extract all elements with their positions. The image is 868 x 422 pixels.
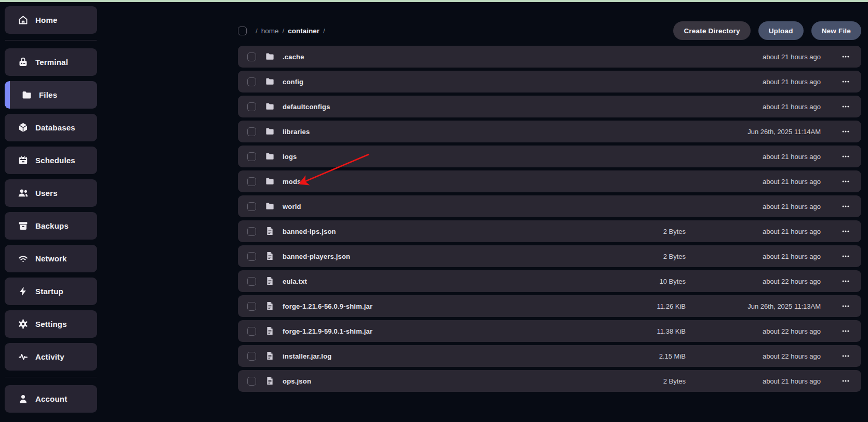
file-name: eula.txt xyxy=(283,278,627,285)
sidebar-item-label: Schedules xyxy=(35,156,75,165)
file-modified: about 21 hours ago xyxy=(695,153,830,161)
sidebar-item-files[interactable]: Files xyxy=(5,81,97,109)
row-menu-button[interactable] xyxy=(830,152,861,161)
file-row[interactable]: banned-ips.json 2 Bytes about 21 hours a… xyxy=(238,220,861,242)
row-menu-button[interactable] xyxy=(830,77,861,86)
file-name: libraries xyxy=(283,128,627,136)
file-row[interactable]: banned-players.json 2 Bytes about 21 hou… xyxy=(238,245,861,267)
network-icon xyxy=(17,253,29,265)
sidebar-item-settings[interactable]: Settings xyxy=(5,310,97,338)
breadcrumb-slash: / xyxy=(323,27,325,35)
row-menu-button[interactable] xyxy=(830,102,861,111)
row-menu-button[interactable] xyxy=(830,177,861,186)
file-row[interactable]: eula.txt 10 Bytes about 22 hours ago xyxy=(238,270,861,292)
sidebar-item-startup[interactable]: Startup xyxy=(5,278,97,305)
row-menu-button[interactable] xyxy=(830,52,861,61)
file-modified: about 21 hours ago xyxy=(695,203,830,210)
sidebar-item-network[interactable]: Network xyxy=(5,245,97,272)
sidebar-item-databases[interactable]: Databases xyxy=(5,114,97,141)
row-menu-button[interactable] xyxy=(830,227,861,236)
sidebar-item-label: Settings xyxy=(35,320,67,328)
sidebar-item-label: Startup xyxy=(35,287,63,296)
file-row[interactable]: world about 21 hours ago xyxy=(238,195,861,217)
folder-icon xyxy=(265,176,275,187)
ellipsis-icon xyxy=(841,351,850,361)
sidebar-item-account[interactable]: Account xyxy=(5,385,97,413)
schedules-icon xyxy=(17,155,29,166)
row-checkbox[interactable] xyxy=(247,52,256,61)
row-menu-button[interactable] xyxy=(830,326,861,336)
row-checkbox[interactable] xyxy=(247,102,256,111)
file-row[interactable]: logs about 21 hours ago xyxy=(238,146,861,167)
ellipsis-icon xyxy=(841,52,850,61)
ellipsis-icon xyxy=(841,102,850,111)
activity-icon xyxy=(17,351,29,363)
new-file-button[interactable]: New File xyxy=(811,21,861,40)
home-icon xyxy=(17,15,29,26)
ellipsis-icon xyxy=(841,326,850,336)
row-checkbox[interactable] xyxy=(247,202,256,211)
file-modified: about 21 hours ago xyxy=(695,377,830,385)
account-icon xyxy=(17,393,29,405)
file-manager-panel: / home / container / Create Directory Up… xyxy=(238,2,861,395)
file-row[interactable]: mods about 21 hours ago xyxy=(238,170,861,192)
file-size: 11.26 KiB xyxy=(627,302,695,310)
row-checkbox[interactable] xyxy=(247,227,256,236)
create-directory-button[interactable]: Create Directory xyxy=(673,21,750,40)
select-all-checkbox[interactable] xyxy=(238,27,247,35)
breadcrumb-slash: / xyxy=(283,27,285,35)
file-row[interactable]: ops.json 2 Bytes about 21 hours ago xyxy=(238,370,861,392)
file-size: 2 Bytes xyxy=(627,377,695,385)
row-menu-button[interactable] xyxy=(830,351,861,361)
row-menu-button[interactable] xyxy=(830,276,861,286)
sidebar-item-schedules[interactable]: Schedules xyxy=(5,147,97,174)
ellipsis-icon xyxy=(841,77,850,86)
row-checkbox[interactable] xyxy=(247,252,256,261)
sidebar-item-label: Home xyxy=(35,16,57,24)
file-name: ops.json xyxy=(283,377,627,385)
sidebar-item-users[interactable]: Users xyxy=(5,179,97,207)
sidebar-item-home[interactable]: Home xyxy=(5,6,97,34)
breadcrumb-segment-container[interactable]: container xyxy=(288,27,319,35)
sidebar-item-label: Network xyxy=(35,254,67,263)
folder-icon xyxy=(265,151,275,162)
ellipsis-icon xyxy=(841,376,850,386)
breadcrumb-slash: / xyxy=(256,27,258,35)
row-checkbox[interactable] xyxy=(247,302,256,311)
row-menu-button[interactable] xyxy=(830,376,861,386)
breadcrumb-segment-home[interactable]: home xyxy=(261,27,279,35)
row-checkbox[interactable] xyxy=(247,152,256,161)
row-menu-button[interactable] xyxy=(830,127,861,136)
sidebar-item-terminal[interactable]: Terminal xyxy=(5,48,97,76)
file-modified: about 21 hours ago xyxy=(695,253,830,260)
row-menu-button[interactable] xyxy=(830,202,861,211)
file-row[interactable]: defaultconfigs about 21 hours ago xyxy=(238,96,861,117)
row-menu-button[interactable] xyxy=(830,301,861,311)
file-row[interactable]: forge-1.21.9-59.0.1-shim.jar 11.38 KiB a… xyxy=(238,320,861,342)
sidebar: Home Terminal Files Databases Schedules … xyxy=(5,6,97,418)
file-size: 11.38 KiB xyxy=(627,327,695,335)
file-row[interactable]: forge-1.21.6-56.0.9-shim.jar 11.26 KiB J… xyxy=(238,295,861,317)
row-checkbox[interactable] xyxy=(247,127,256,136)
upload-button[interactable]: Upload xyxy=(758,21,804,40)
row-checkbox[interactable] xyxy=(247,377,256,386)
sidebar-item-backups[interactable]: Backups xyxy=(5,212,97,240)
file-modified: Jun 26th, 2025 11:14AM xyxy=(695,128,830,136)
row-checkbox[interactable] xyxy=(247,277,256,286)
row-checkbox[interactable] xyxy=(247,77,256,86)
file-row[interactable]: libraries Jun 26th, 2025 11:14AM xyxy=(238,121,861,142)
databases-icon xyxy=(17,122,29,134)
sidebar-item-activity[interactable]: Activity xyxy=(5,343,97,371)
file-row[interactable]: config about 21 hours ago xyxy=(238,71,861,93)
row-checkbox[interactable] xyxy=(247,327,256,336)
file-modified: about 21 hours ago xyxy=(695,178,830,186)
file-row[interactable]: .cache about 21 hours ago xyxy=(238,46,861,68)
row-checkbox[interactable] xyxy=(247,177,256,186)
sidebar-divider xyxy=(5,40,97,41)
sidebar-item-label: Terminal xyxy=(35,58,68,67)
row-checkbox[interactable] xyxy=(247,352,256,361)
file-icon xyxy=(265,326,275,336)
file-size: 2 Bytes xyxy=(627,253,695,260)
row-menu-button[interactable] xyxy=(830,252,861,261)
file-row[interactable]: installer.jar.log 2.15 MiB about 22 hour… xyxy=(238,345,861,367)
